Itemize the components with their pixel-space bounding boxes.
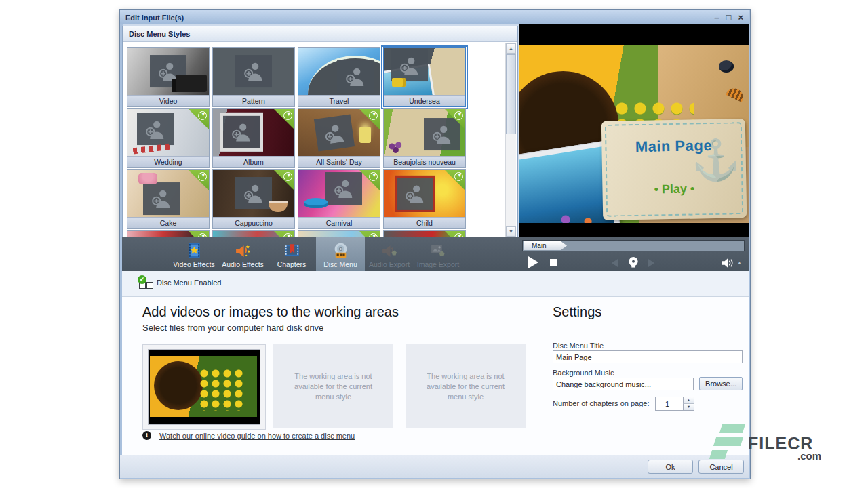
menu-style-travel[interactable]: Travel [298,47,380,107]
ok-button[interactable]: Ok [648,460,693,474]
background-music-input[interactable] [553,378,694,390]
stop-button[interactable] [550,259,557,266]
video-guide-link[interactable]: Watch our online video guide on how to c… [159,432,355,440]
preview-photo: ⚓ Main Page • Play • [519,45,749,223]
working-area-3: The working area is not available for th… [406,344,526,428]
menu-style-child[interactable]: ▾Child [383,169,466,229]
close-icon[interactable]: × [738,11,743,24]
cancel-button[interactable]: Cancel [698,460,744,474]
page-heading: Add videos or images to the working area… [142,304,399,320]
sunflower-graphic [154,361,203,410]
scrollbar-thumb[interactable] [506,54,516,134]
menu-style-p4[interactable]: ▾ [383,230,466,237]
toolbar-tab-label: Video Effects [173,260,215,268]
spinner-up-icon[interactable]: ▲ [683,397,694,404]
play-button[interactable] [528,256,538,268]
page-subheading: Select files from your computer hard dis… [142,323,323,333]
photo-placeholder-icon [235,55,272,87]
photo-placeholder-icon [235,177,272,209]
spinner-down-icon[interactable]: ▼ [683,404,694,410]
menu-style-preview: ▾ [298,170,380,217]
photo-placeholder-icon [391,49,428,81]
menu-style-p3[interactable]: ▾ [298,230,380,237]
menu-style-label: Album [213,156,294,167]
menu-styles-grid: VideoPatternTravelUndersea▾Wedding▾Album… [123,43,516,237]
working-area-1[interactable] [142,344,266,430]
dialog-titlebar: Edit Input File(s) – □ × [120,10,749,24]
settings-heading: Settings [553,304,601,320]
watermark-name: FILECR [748,434,813,453]
volume-icon[interactable] [721,257,736,272]
preview-menu-title[interactable]: Main Page [601,136,745,157]
menu-style-pattern[interactable]: Pattern [212,47,295,107]
disc-menu-enabled-label: Disc Menu Enabled [157,279,221,287]
menu-style-preview: ▾ [384,109,465,156]
menu-style-beaujolais-nouveau[interactable]: ▾Beaujolais nouveau [383,108,466,168]
menu-style-undersea[interactable]: Undersea [383,47,466,107]
toolbar-tab-label: Chapters [277,260,307,268]
working-area-placeholder-text: The working area is not available for th… [286,371,381,402]
menu-style-preview [384,48,465,95]
menu-style-wedding[interactable]: ▾Wedding [127,108,210,168]
download-badge-icon: ▾ [274,109,294,129]
menu-style-label: Video [127,95,209,106]
download-badge-icon: ▾ [359,170,380,190]
disc-menu-enabled-checkbox[interactable]: ✓ [138,277,154,290]
scroll-down-icon[interactable]: ▼ [506,226,516,237]
audio-effects-icon [235,241,252,259]
download-badge-icon: ▾ [445,170,465,190]
photo-placeholder-icon [150,55,186,87]
scroll-up-icon[interactable]: ▲ [506,43,516,54]
dialog-footer: Ok Cancel [120,455,749,478]
working-area-2: The working area is not available for th… [273,344,393,428]
menu-style-label: Wedding [127,156,209,167]
toolbar-tab-label: Audio Effects [222,260,264,268]
toolbar-tab-chapters[interactable]: Chapters [267,237,316,271]
menu-style-cappuccino[interactable]: ▾Cappuccino [212,169,295,229]
menu-style-cake[interactable]: ▾Cake [127,169,210,229]
menu-style-label: Cappuccino [213,217,294,228]
menu-style-album[interactable]: ▾Album [212,108,295,168]
browse-button[interactable]: Browse... [699,377,743,390]
menu-note-panel: ⚓ Main Page • Play • [601,119,747,220]
menu-style-preview: ▾ [127,231,209,237]
download-badge-icon: ▾ [274,170,294,190]
menu-style-p2[interactable]: ▾ [212,230,295,237]
check-icon: ✓ [138,275,146,284]
burn-disc-icon[interactable] [627,256,639,271]
download-badge-icon: ▾ [189,231,209,237]
volume-caret-icon[interactable]: ▲ [737,260,742,265]
download-badge-icon: ▾ [359,231,380,237]
toolbar-tab-audio-effects[interactable]: Audio Effects [218,237,267,271]
toolbar-tab-image-export: Image Export [414,237,462,271]
menu-style-carnival[interactable]: ▾Carnival [298,169,380,229]
previous-chapter-button[interactable] [612,259,618,267]
preview-play-button[interactable]: • Play • [602,181,746,198]
disc-menu-title-input[interactable] [553,350,743,363]
shell-icon [726,85,746,102]
menu-style-label: Pattern [213,95,294,106]
photo-placeholder-icon [143,182,180,215]
maximize-icon[interactable]: □ [726,11,732,24]
minimize-icon[interactable]: – [714,11,719,24]
toolbar-tab-disc-menu[interactable]: Disc Menu [316,237,365,271]
menu-style-preview: ▾ [298,231,380,237]
menu-style-preview: ▾ [127,170,209,217]
disc-menu-preview: ⚓ Main Page • Play • [519,24,749,237]
dialog-title: Edit Input File(s) [120,14,184,22]
menu-style-preview [127,48,209,95]
styles-scrollbar[interactable]: ▲ ▼ [505,43,516,237]
download-badge-icon: ▾ [359,109,380,129]
menu-style-label: Undersea [384,95,465,106]
working-area-thumbnail [148,349,260,425]
menu-style-video[interactable]: Video [127,47,210,107]
next-chapter-button[interactable] [648,259,654,267]
menu-style-p1[interactable]: ▾ [127,230,210,237]
toolbar-tabs: Video EffectsAudio EffectsChaptersDisc M… [170,237,462,271]
toolbar-tab-video-effects[interactable]: Video Effects [170,237,218,271]
menu-style-all-saints-day[interactable]: ▾All Saints' Day [298,108,380,168]
chapter-tab-main[interactable]: Main [524,241,567,250]
menu-style-label: Travel [298,95,380,106]
menu-style-label: Cake [127,217,209,228]
menu-style-label: Beaujolais nouveau [384,156,465,167]
